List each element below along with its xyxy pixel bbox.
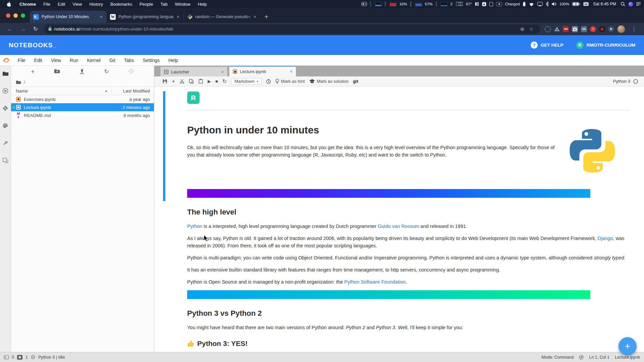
open-tabs-icon[interactable] [2, 158, 8, 165]
jl-menu-file[interactable]: File [13, 58, 30, 63]
mark-as-solution-button[interactable]: Mark as solution [309, 79, 349, 84]
ssd-value[interactable]: 2 [450, 2, 452, 6]
jl-menu-help[interactable]: Help [164, 58, 182, 63]
zoom-window-button[interactable] [21, 13, 25, 18]
network-speed[interactable]: 3 KB/s 1 KB/s [455, 1, 463, 7]
mode-indicator[interactable]: Mode: Command [542, 355, 574, 360]
floating-add-button[interactable]: + [619, 337, 637, 355]
mem-percent[interactable]: 57% [425, 2, 433, 6]
guido-link[interactable]: Guido van Rossum [378, 224, 419, 229]
extension-icon[interactable] [545, 26, 551, 32]
tab-lecture-notebook[interactable]: Lecture.ipynb × [229, 66, 296, 76]
refresh-files-button[interactable]: ↻ [104, 69, 109, 74]
address-bar[interactable]: notebooks.ai /rmotr-curriculum/python-un… [44, 24, 540, 34]
tab-launcher[interactable]: Launcher × [160, 67, 227, 76]
extension-icon[interactable] [599, 26, 605, 32]
notebooks-brand[interactable]: NOTEBOOKS_ [9, 42, 57, 49]
running-sessions-icon[interactable] [2, 88, 8, 95]
active-file-name[interactable]: Lecture.ipynb [615, 355, 640, 360]
extension-icon[interactable] [608, 26, 614, 32]
cpu-percent[interactable]: 16% [399, 2, 407, 6]
get-help-button[interactable]: ? GET HELP [531, 42, 564, 49]
close-tab-icon[interactable]: × [253, 14, 257, 19]
zoom-page-icon[interactable]: ⊕ [518, 26, 527, 32]
volume-icon[interactable] [552, 2, 556, 6]
display-mirroring-icon[interactable] [537, 2, 543, 6]
minimize-window-button[interactable] [13, 13, 18, 18]
jl-menu-git[interactable]: Git [105, 58, 120, 63]
file-browser-icon[interactable] [2, 71, 9, 78]
menu-help[interactable]: Help [194, 2, 211, 7]
cpu-graph[interactable] [375, 2, 382, 6]
psf-link[interactable]: Python Software Foundation [344, 279, 406, 285]
mark-as-hint-button[interactable]: Mark as hint [275, 79, 305, 84]
profile-avatar[interactable] [617, 25, 625, 33]
spotlight-icon[interactable] [621, 2, 625, 6]
extension-icon[interactable]: ✕ [590, 26, 596, 32]
timer-icon[interactable] [266, 79, 271, 84]
jl-menu-kernel[interactable]: Kernel [83, 58, 105, 63]
browser-tab-python-docs[interactable]: random — Generate pseudo-ran × [183, 11, 260, 23]
menu-people[interactable]: People [136, 2, 157, 7]
paste-cells-button[interactable] [198, 79, 203, 84]
file-row-readme[interactable]: M▾ README.md 8 months ago [11, 111, 154, 119]
file-row-lecture[interactable]: Lecture.ipynb 2 minutes ago [11, 103, 154, 111]
menu-view[interactable]: View [69, 2, 86, 7]
copy-cells-button[interactable] [189, 79, 194, 84]
extension-manager-icon[interactable] [2, 140, 8, 147]
python-link[interactable]: Python [187, 224, 202, 229]
column-name[interactable]: Name ▲ [16, 88, 111, 94]
menu-file[interactable]: File [40, 2, 54, 7]
kernel-status-text[interactable]: Python 3 | Idle [38, 355, 65, 360]
menu-window[interactable]: Window [171, 2, 194, 7]
menu-bookmarks[interactable]: Bookmarks [107, 2, 136, 7]
cut-cells-button[interactable] [179, 79, 184, 84]
breadcrumb-root[interactable]: / [24, 80, 25, 85]
commands-palette-icon[interactable] [2, 123, 8, 130]
add-cell-button[interactable]: + [172, 78, 175, 85]
eject-icon[interactable] [496, 2, 502, 6]
extension-icon[interactable] [554, 26, 560, 32]
new-launcher-button[interactable]: + [31, 68, 35, 75]
edit-mode-icon[interactable] [579, 355, 584, 360]
git-toolbar-button[interactable]: git [353, 79, 358, 84]
menubar-clock[interactable]: Sat 6:45 PM [592, 2, 618, 6]
cell-type-dropdown[interactable]: Markdown ▾ [231, 78, 262, 84]
wifi-icon[interactable] [529, 2, 534, 6]
temperature[interactable]: 67° [466, 2, 472, 6]
jl-menu-view[interactable]: View [47, 58, 65, 63]
kernels-icon[interactable] [17, 355, 22, 360]
app-icon[interactable] [482, 2, 486, 6]
jl-menu-edit[interactable]: Edit [30, 58, 47, 63]
new-folder-button[interactable] [54, 69, 60, 75]
gpu-graph[interactable] [390, 2, 396, 6]
close-tab-icon[interactable]: × [290, 69, 292, 74]
browser-tab-notebooks[interactable]: N_ Python Under 10 Minutes × [30, 11, 107, 23]
window-icon[interactable] [489, 2, 493, 6]
column-last-modified[interactable]: Last Modified [111, 88, 154, 94]
reload-button[interactable]: ↻ [30, 25, 42, 33]
menu-history[interactable]: History [86, 2, 106, 7]
breadcrumb[interactable]: / [11, 78, 154, 86]
apple-icon[interactable] [6, 1, 11, 7]
chrome-menu-icon[interactable]: ⋮ [628, 26, 639, 32]
terminals-count[interactable]: 0 [12, 355, 14, 360]
browser-tab-wikipedia[interactable]: W Python (programming language) × [107, 11, 183, 23]
notification-center-icon[interactable] [636, 2, 641, 6]
new-tab-button[interactable]: + [260, 13, 273, 23]
menu-tab[interactable]: Tab [157, 2, 171, 7]
bluetooth-icon[interactable] [546, 2, 549, 6]
extension-icon[interactable]: UD [563, 26, 569, 32]
restart-kernel-button[interactable]: ↻ [222, 78, 227, 84]
close-tab-icon[interactable]: × [176, 14, 180, 19]
extension-icon[interactable] [572, 26, 578, 32]
jl-menu-tabs[interactable]: Tabs [120, 58, 139, 63]
kernel-name[interactable]: Python 3 [613, 79, 630, 84]
forward-button[interactable]: → [16, 26, 30, 33]
git-clone-icon[interactable] [128, 68, 134, 75]
menu-chrome[interactable]: Chrome [16, 2, 40, 7]
django-link[interactable]: Django [597, 236, 613, 241]
cursor-position[interactable]: Ln 1, Col 1 [589, 355, 609, 360]
run-cell-button[interactable]: ▶ [208, 79, 211, 84]
bookmark-star-icon[interactable]: ☆ [527, 26, 536, 32]
